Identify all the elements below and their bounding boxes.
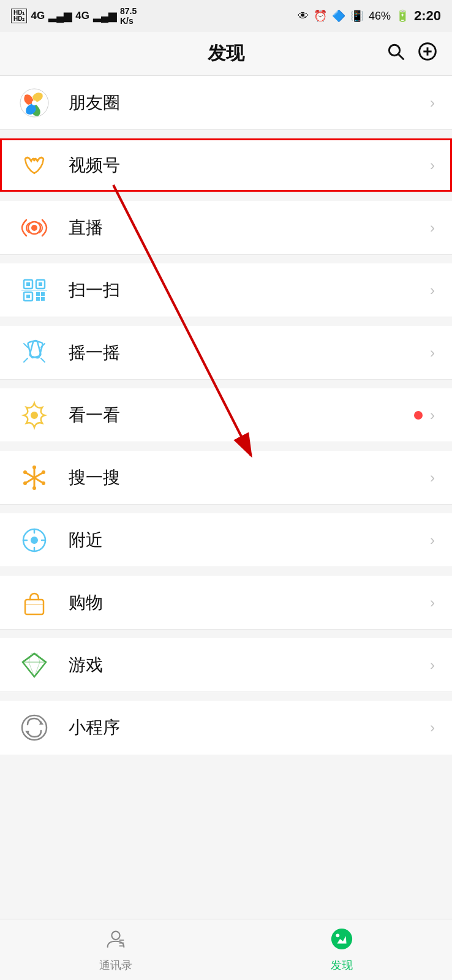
status-left: HD₁ HD₂ 4G ▂▄▆ 4G ▂▄▆ 87.5K/s <box>11 6 137 26</box>
nav-item-faxian[interactable]: 发现 <box>330 927 353 973</box>
title-bar: 发现 <box>0 32 452 76</box>
shipinhao-icon <box>17 148 51 183</box>
title-actions <box>386 42 437 66</box>
divider-1 <box>0 130 452 138</box>
menu-item-yao[interactable]: 摇一摇 › <box>0 326 452 380</box>
yao-icon <box>17 336 51 370</box>
fujin-label: 附近 <box>69 529 430 552</box>
svg-text:i: i <box>33 536 35 545</box>
vibrate-icon: 📳 <box>350 9 364 23</box>
gouwu-chevron: › <box>430 594 435 611</box>
svg-point-32 <box>23 470 27 474</box>
pengyouquan-icon <box>17 86 51 120</box>
yao-chevron: › <box>430 344 435 361</box>
zhibo-chevron: › <box>430 219 435 236</box>
kan-icon <box>17 398 51 432</box>
youxi-icon <box>17 648 51 682</box>
eye-icon: 👁 <box>298 10 309 23</box>
divider-7 <box>0 505 452 513</box>
kan-dot <box>414 411 423 420</box>
svg-point-34 <box>42 470 45 474</box>
xiaochengxu-label: 小程序 <box>69 716 430 739</box>
signal-bars-1: ▂▄▆ <box>48 10 72 23</box>
sao-chevron: › <box>430 282 435 299</box>
menu-item-zhibo[interactable]: 直播 › <box>0 201 452 255</box>
svg-point-31 <box>32 486 36 490</box>
sou-label: 搜一搜 <box>69 466 430 489</box>
menu-item-sou[interactable]: 搜一搜 › <box>0 451 452 505</box>
status-right: 👁 ⏰ 🔷 📳 46% 🔋 2:20 <box>298 8 441 24</box>
svg-point-6 <box>32 100 37 105</box>
pengyouquan-label: 朋友圈 <box>69 91 430 115</box>
sou-icon <box>17 461 51 495</box>
signal-bars-2: ▂▄▆ <box>93 10 116 23</box>
alarm-icon: ⏰ <box>314 9 327 23</box>
menu-item-shipinhao[interactable]: 视频号 › <box>0 138 452 192</box>
sao-label: 扫一扫 <box>69 279 430 302</box>
bottom-nav: 通讯录 发现 <box>0 919 452 980</box>
svg-rect-10 <box>26 282 30 286</box>
hd-indicator: HD₁ HD₂ <box>11 9 27 23</box>
menu-item-fujin[interactable]: i 附近 › <box>0 513 452 567</box>
svg-line-24 <box>24 358 28 362</box>
divider-4 <box>0 317 452 326</box>
svg-point-26 <box>31 412 38 419</box>
gouwu-label: 购物 <box>69 591 430 614</box>
divider-6 <box>0 442 452 451</box>
nav-item-tongxunlu[interactable]: 通讯录 <box>99 927 132 973</box>
kan-label: 看一看 <box>69 404 414 427</box>
tongxunlu-label: 通讯录 <box>99 958 132 973</box>
signal-4g-2: 4G <box>75 10 89 22</box>
battery-icon: 🔋 <box>396 9 409 23</box>
svg-rect-18 <box>41 297 45 301</box>
svg-line-22 <box>24 344 28 347</box>
faxian-icon <box>330 927 353 956</box>
menu-item-kan[interactable]: 看一看 › <box>0 388 452 442</box>
menu-item-gouwu[interactable]: 购物 › <box>0 576 452 630</box>
zhibo-icon <box>17 211 51 245</box>
svg-line-1 <box>399 55 404 60</box>
add-icon[interactable] <box>418 42 437 66</box>
svg-rect-12 <box>39 282 42 286</box>
menu-item-xiaochengxu[interactable]: 小程序 › <box>0 701 452 755</box>
svg-point-30 <box>32 466 36 469</box>
divider-10 <box>0 692 452 701</box>
fujin-chevron: › <box>430 532 435 549</box>
search-icon[interactable] <box>386 42 405 66</box>
svg-point-52 <box>336 933 339 937</box>
fujin-icon: i <box>17 523 51 557</box>
menu-item-youxi[interactable]: 游戏 › <box>0 638 452 692</box>
svg-point-47 <box>111 931 119 939</box>
menu-container: 朋友圈 › 视频号 › <box>0 76 452 755</box>
divider-9 <box>0 630 452 638</box>
pengyouquan-chevron: › <box>430 94 435 111</box>
kan-chevron: › <box>430 407 435 424</box>
tongxunlu-icon <box>104 927 127 956</box>
faxian-label: 发现 <box>331 958 353 973</box>
svg-rect-15 <box>36 292 40 296</box>
svg-rect-39 <box>25 600 43 614</box>
status-time: 2:20 <box>414 8 441 24</box>
svg-point-35 <box>23 481 27 485</box>
signal-4g-1: 4G <box>31 10 45 22</box>
shipinhao-chevron: › <box>430 157 435 174</box>
svg-point-51 <box>331 928 352 949</box>
svg-line-25 <box>41 358 45 362</box>
menu-item-sao[interactable]: 扫一扫 › <box>0 263 452 317</box>
svg-rect-16 <box>41 292 45 296</box>
page-title: 发现 <box>208 41 244 66</box>
sou-chevron: › <box>430 469 435 486</box>
youxi-chevron: › <box>430 657 435 674</box>
data-speed: 87.5K/s <box>120 6 137 26</box>
svg-rect-14 <box>26 295 30 298</box>
status-bar: HD₁ HD₂ 4G ▂▄▆ 4G ▂▄▆ 87.5K/s 👁 ⏰ 🔷 📳 46… <box>0 0 452 32</box>
battery-percent: 46% <box>369 10 391 23</box>
menu-list: 朋友圈 › 视频号 › <box>0 76 452 755</box>
divider-2 <box>0 192 452 201</box>
divider-5 <box>0 380 452 388</box>
menu-item-pengyouquan[interactable]: 朋友圈 › <box>0 76 452 130</box>
svg-point-33 <box>42 481 45 485</box>
xiaochengxu-chevron: › <box>430 719 435 736</box>
svg-point-8 <box>31 225 37 231</box>
bluetooth-icon: 🔷 <box>332 9 345 23</box>
